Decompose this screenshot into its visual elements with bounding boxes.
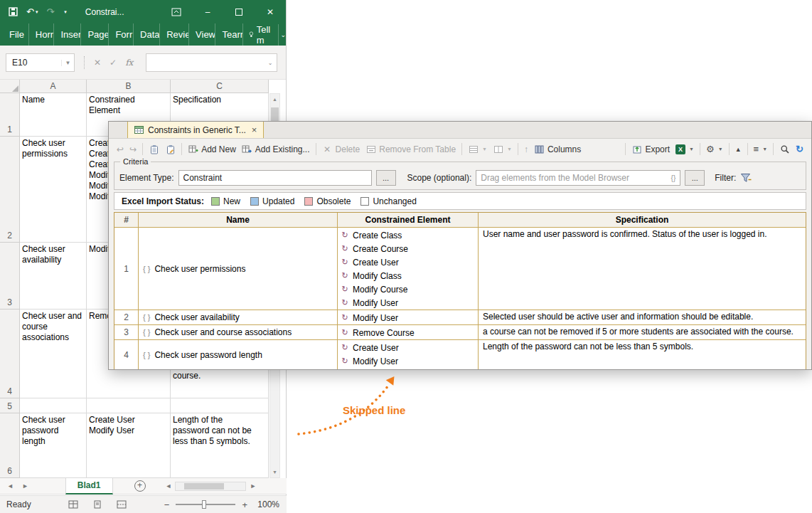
specification-cell[interactable]: Length of the password can not be less t… bbox=[479, 339, 806, 369]
cell-a5[interactable] bbox=[20, 398, 87, 413]
header-number[interactable]: # bbox=[114, 213, 139, 227]
element-type-browse-button[interactable]: ... bbox=[376, 170, 396, 186]
element-item[interactable]: ↻Modify Class bbox=[341, 269, 475, 282]
row-number[interactable]: 4 bbox=[114, 339, 139, 369]
element-item[interactable]: ↻Remove Course bbox=[341, 326, 475, 339]
row-number[interactable]: 3 bbox=[114, 324, 139, 339]
cell-a6[interactable]: Check user password length bbox=[20, 413, 87, 478]
collapse-toolbar-button[interactable]: ▲ bbox=[732, 144, 744, 154]
constraint-name-cell[interactable]: { } Check user password length bbox=[139, 339, 338, 369]
tell-me-button[interactable]: Tell m bbox=[243, 24, 279, 46]
move-row-up-button[interactable]: ↑ bbox=[521, 143, 531, 156]
scroll-down-icon[interactable]: ▼ bbox=[270, 467, 279, 477]
select-all-corner[interactable] bbox=[0, 80, 20, 93]
constrained-elements-cell[interactable]: ↻Create User ↻Modify User bbox=[338, 339, 479, 369]
ribbon-display-options-button[interactable] bbox=[161, 0, 192, 23]
header-specification[interactable]: Specification bbox=[479, 213, 806, 227]
copy-button[interactable] bbox=[146, 142, 162, 156]
view-mode-button[interactable]: ≡▼ bbox=[751, 142, 771, 156]
row-header[interactable]: 3 bbox=[0, 243, 20, 310]
filter-button[interactable] bbox=[740, 173, 752, 183]
row-header[interactable]: 4 bbox=[0, 310, 20, 398]
hscroll-thumb[interactable] bbox=[184, 483, 224, 490]
remove-from-table-button[interactable]: Remove From Table bbox=[363, 142, 459, 156]
cell-a2[interactable]: Check user permissions bbox=[20, 137, 87, 243]
constraint-name-cell[interactable]: { } Check user availability bbox=[139, 310, 338, 324]
element-item[interactable]: ↻Modify User bbox=[341, 296, 475, 310]
zoom-level-label[interactable]: 100% bbox=[254, 499, 279, 509]
constraint-name-cell[interactable]: { } Check user and course associations bbox=[139, 324, 338, 339]
ribbon-tab-formulas[interactable]: Forr bbox=[109, 23, 134, 46]
element-item[interactable]: ↻Create User bbox=[341, 255, 475, 269]
specification-cell[interactable]: User name and user password is confirmed… bbox=[479, 227, 806, 310]
customize-qat-button[interactable]: ▾ bbox=[63, 9, 67, 15]
row-number[interactable]: 2 bbox=[114, 310, 139, 324]
cell-b5[interactable] bbox=[87, 398, 171, 413]
column-header-b[interactable]: B bbox=[87, 80, 171, 93]
normal-view-button[interactable] bbox=[68, 500, 78, 509]
row-number[interactable]: 1 bbox=[114, 227, 139, 310]
column-header-c[interactable]: C bbox=[171, 80, 269, 93]
hscroll-track[interactable] bbox=[175, 482, 246, 491]
back-button[interactable]: ↩ bbox=[114, 143, 127, 156]
ribbon-tab-page-layout[interactable]: Page bbox=[81, 23, 109, 46]
constrained-elements-cell[interactable]: ↻Create Class ↻Create Course ↻Create Use… bbox=[338, 227, 479, 310]
delete-button[interactable]: ✕ Delete bbox=[319, 142, 363, 156]
tab-close-icon[interactable]: × bbox=[252, 125, 257, 135]
cell-c5[interactable] bbox=[171, 398, 269, 413]
formula-expand-caret-icon[interactable]: ⌄ bbox=[264, 60, 277, 66]
row-header[interactable]: 5 bbox=[0, 398, 20, 413]
element-item[interactable]: ↻Modify User bbox=[341, 354, 475, 368]
page-break-view-button[interactable] bbox=[117, 500, 127, 509]
document-tab-constraints[interactable]: Constraints in Generic T... × bbox=[127, 121, 264, 138]
ribbon-overflow-chevron-icon[interactable]: ⌄ bbox=[280, 31, 286, 38]
row-header[interactable]: 6 bbox=[0, 413, 20, 478]
add-sheet-button[interactable]: + bbox=[134, 480, 146, 492]
constraint-name-cell[interactable]: { } Check user permissions bbox=[139, 227, 338, 310]
sheet-nav-right-icon[interactable]: ► bbox=[22, 482, 28, 490]
excel-sync-button[interactable]: X▼ bbox=[673, 143, 697, 156]
scope-field[interactable]: Drag elements from the Model Browser {} bbox=[476, 170, 680, 186]
scope-expression-badge[interactable]: {} bbox=[671, 174, 676, 182]
specification-cell[interactable]: a course can not be removed if 5 or more… bbox=[479, 324, 806, 339]
ribbon-tab-view[interactable]: View bbox=[189, 23, 215, 46]
scroll-up-icon[interactable]: ▲ bbox=[270, 94, 279, 105]
page-layout-view-button[interactable] bbox=[92, 500, 102, 509]
confirm-entry-button[interactable]: ✓ bbox=[109, 58, 117, 68]
maximize-button[interactable] bbox=[223, 0, 255, 23]
sheet-nav-left-icon[interactable]: ◄ bbox=[7, 482, 14, 490]
paste-button[interactable] bbox=[162, 142, 178, 156]
row-header[interactable]: 2 bbox=[0, 137, 20, 243]
element-item[interactable]: ↻Create User bbox=[341, 341, 475, 354]
export-button[interactable]: Export bbox=[629, 142, 673, 156]
sheet-tab-blad1[interactable]: Blad1 bbox=[65, 478, 113, 495]
hscroll-left-icon[interactable]: ◄ bbox=[166, 482, 172, 490]
zoom-in-button[interactable]: + bbox=[242, 499, 247, 510]
close-button[interactable]: ✕ bbox=[255, 0, 286, 23]
header-constrained-element[interactable]: Constrained Element bbox=[338, 213, 479, 227]
cell-a4[interactable]: Check user and course associations bbox=[20, 310, 87, 398]
element-item[interactable]: ↻Create Course bbox=[341, 242, 475, 255]
save-button[interactable] bbox=[9, 7, 18, 16]
ribbon-tab-team[interactable]: Tearr bbox=[215, 23, 242, 46]
header-name[interactable]: Name bbox=[139, 213, 338, 227]
scope-browse-button[interactable]: ... bbox=[685, 170, 705, 186]
ribbon-tab-insert[interactable]: Inser bbox=[54, 23, 81, 46]
search-button[interactable] bbox=[776, 142, 793, 156]
element-item[interactable]: ↻Modify Course bbox=[341, 282, 475, 296]
cell-b6[interactable]: Create User Modify User bbox=[87, 413, 171, 478]
element-type-field[interactable]: Constraint bbox=[178, 170, 372, 186]
forward-button[interactable]: ↪ bbox=[127, 143, 139, 156]
zoom-slider[interactable] bbox=[176, 504, 235, 505]
refresh-button[interactable]: ↻ bbox=[793, 142, 806, 156]
element-item[interactable]: ↻Create Class bbox=[341, 228, 475, 242]
cell-a1[interactable]: Name bbox=[20, 93, 87, 137]
specification-cell[interactable]: Selected user should be active user and … bbox=[479, 310, 806, 324]
insert-function-button[interactable]: fx bbox=[125, 58, 133, 68]
zoom-slider-thumb[interactable] bbox=[202, 500, 206, 509]
minimize-button[interactable]: – bbox=[192, 0, 223, 23]
name-box-caret-icon[interactable]: ▼ bbox=[61, 60, 74, 66]
row-header[interactable]: 1 bbox=[0, 93, 20, 137]
add-existing-button[interactable]: Add Existing... bbox=[239, 142, 313, 156]
formula-input[interactable]: ⌄ bbox=[146, 53, 277, 72]
